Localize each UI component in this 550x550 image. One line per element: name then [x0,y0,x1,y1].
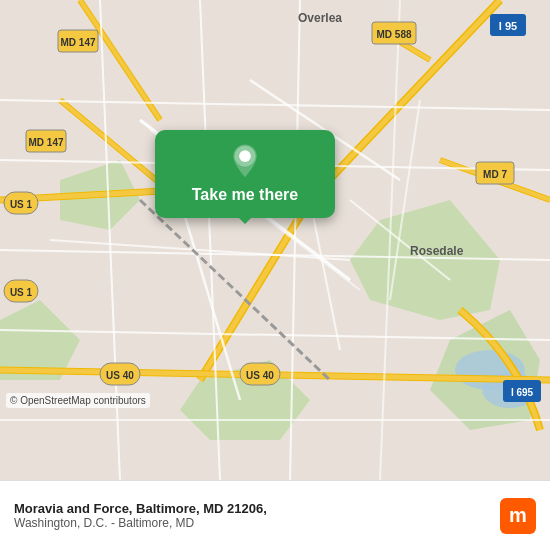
svg-text:MD 147: MD 147 [60,37,95,48]
svg-text:I 95: I 95 [499,20,517,32]
address-block: Moravia and Force, Baltimore, MD 21206, … [14,501,267,530]
osm-credit: © OpenStreetMap contributors [6,393,150,408]
address-line2: Washington, D.C. - Baltimore, MD [14,516,267,530]
moovit-icon: m [500,498,536,534]
svg-text:US 40: US 40 [106,370,134,381]
bottom-bar: Moravia and Force, Baltimore, MD 21206, … [0,480,550,550]
svg-text:Overlea: Overlea [298,11,342,25]
tooltip-label: Take me there [192,186,298,203]
svg-text:MD 147: MD 147 [28,137,63,148]
svg-text:Rosedale: Rosedale [410,244,464,258]
svg-text:US 1: US 1 [10,199,33,210]
svg-text:MD 7: MD 7 [483,169,507,180]
location-pin-icon [231,144,259,180]
svg-text:I 695: I 695 [511,387,534,398]
address-line1: Moravia and Force, Baltimore, MD 21206, [14,501,267,516]
osm-credit-text: © OpenStreetMap contributors [10,395,146,406]
moovit-logo: m [500,498,536,534]
map-container: I 95 I 95 I 695 US 1 US 1 US 40 US 40 MD… [0,0,550,480]
svg-text:US 40: US 40 [246,370,274,381]
take-me-there-button[interactable]: Take me there [155,130,335,218]
svg-text:MD 588: MD 588 [376,29,411,40]
svg-text:US 1: US 1 [10,287,33,298]
svg-point-67 [239,150,251,162]
